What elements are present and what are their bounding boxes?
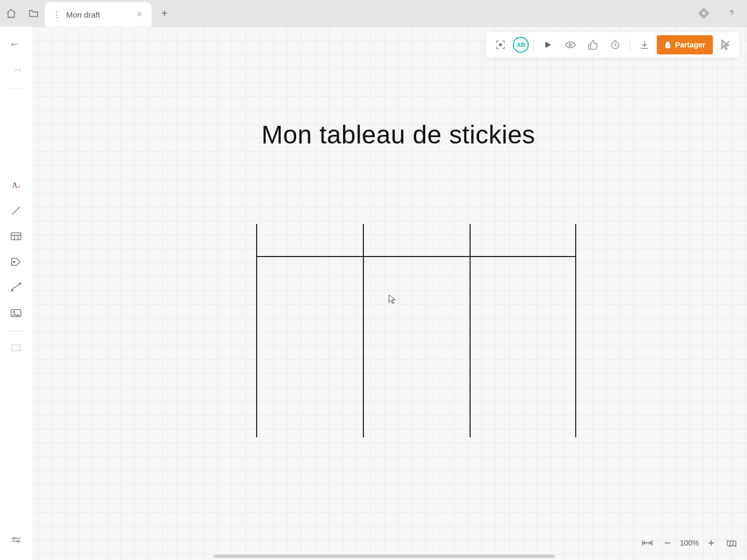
help-button[interactable] — [720, 2, 743, 25]
visibility-button[interactable] — [560, 35, 581, 55]
zoom-in-button[interactable] — [703, 535, 719, 551]
redo-button[interactable] — [5, 60, 27, 81]
svg-point-6 — [13, 311, 15, 313]
zoom-controls: 100% — [639, 532, 740, 554]
timer-button[interactable] — [605, 35, 625, 55]
workspace: Aa Mon tableau de stickies — [0, 27, 747, 560]
left-toolbar: Aa — [0, 27, 32, 560]
document-tab[interactable]: ⋮ Mon draft × — [45, 2, 152, 27]
tab-title: Mon draft — [66, 10, 130, 19]
floating-toolbar: AB Partager — [486, 32, 740, 58]
download-button[interactable] — [634, 35, 655, 55]
svg-point-4 — [19, 283, 21, 284]
svg-point-0 — [731, 15, 732, 17]
image-tool[interactable] — [5, 302, 27, 324]
svg-rect-7 — [12, 345, 21, 351]
zoom-level[interactable]: 100% — [680, 539, 699, 547]
text-tool[interactable]: Aa — [5, 174, 27, 196]
lock-icon — [664, 41, 671, 49]
tag-tool[interactable] — [5, 251, 27, 273]
user-avatar[interactable]: AB — [513, 37, 529, 53]
diamond-icon[interactable] — [693, 2, 715, 25]
frame-tool[interactable] — [5, 337, 27, 358]
present-button[interactable] — [538, 35, 558, 55]
share-label: Partager — [675, 41, 705, 49]
canvas-table-shape[interactable] — [256, 224, 576, 437]
svg-point-10 — [499, 44, 502, 46]
svg-point-9 — [17, 540, 19, 542]
tab-menu-icon[interactable]: ⋮ — [52, 10, 61, 20]
screenshot-button[interactable] — [490, 35, 511, 55]
svg-point-8 — [13, 537, 15, 539]
toolbar-divider — [533, 38, 534, 52]
toolbar-separator — [9, 89, 23, 89]
avatar-initials: AB — [516, 42, 525, 48]
horizontal-scrollbar[interactable] — [213, 555, 555, 558]
svg-rect-1 — [11, 233, 21, 240]
table-tool[interactable] — [5, 226, 27, 247]
toolbar-divider — [630, 38, 630, 52]
home-button[interactable] — [0, 2, 22, 25]
line-tool[interactable] — [5, 200, 27, 221]
canvas[interactable]: Mon tableau de stickies — [32, 27, 747, 560]
svg-point-2 — [13, 261, 15, 263]
toolbar-separator — [9, 331, 23, 332]
share-button[interactable]: Partager — [657, 35, 713, 54]
settings-tool[interactable] — [5, 529, 27, 550]
canvas-title-text[interactable]: Mon tableau de stickies — [261, 120, 535, 149]
zoom-out-button[interactable] — [659, 535, 676, 551]
svg-point-11 — [569, 44, 572, 46]
undo-button[interactable] — [5, 34, 27, 55]
pointer-mode-button[interactable] — [715, 35, 735, 55]
new-tab-button[interactable]: + — [155, 4, 174, 23]
tab-close-icon[interactable]: × — [135, 10, 144, 19]
minimap-button[interactable] — [724, 535, 740, 551]
svg-point-3 — [11, 290, 13, 291]
top-tab-bar: ⋮ Mon draft × + — [0, 0, 747, 27]
like-button[interactable] — [583, 35, 603, 55]
connector-tool[interactable] — [5, 277, 27, 298]
fit-width-button[interactable] — [639, 535, 655, 551]
folder-button[interactable] — [22, 2, 45, 25]
